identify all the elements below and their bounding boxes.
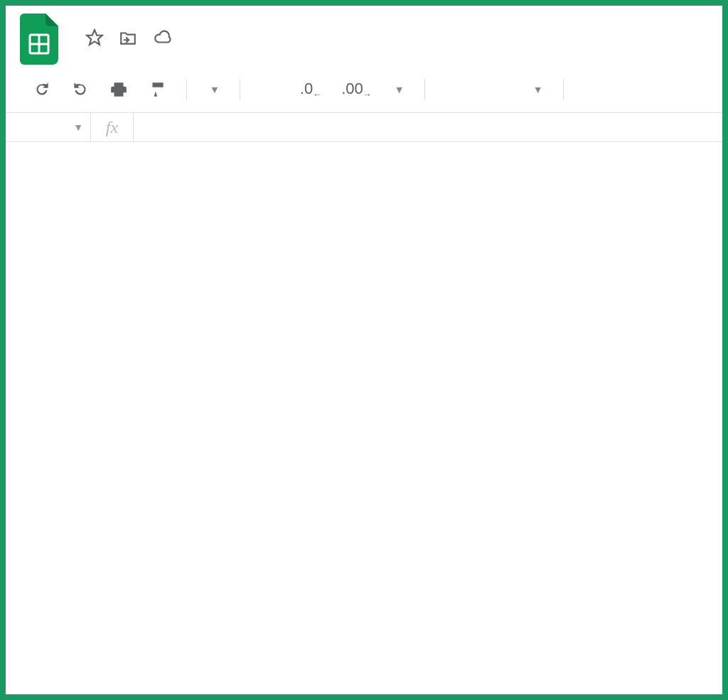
percent-format-button[interactable] [276,87,284,92]
svg-marker-3 [87,30,102,45]
font-size-input[interactable] [579,87,622,92]
sheets-logo[interactable] [18,11,60,67]
decrease-decimal-button[interactable]: .0← [296,77,326,102]
redo-button[interactable] [67,77,94,102]
name-box[interactable]: ▼ [6,113,91,141]
move-to-folder-icon[interactable] [118,28,138,47]
number-format-dropdown[interactable]: ▼ [387,81,409,98]
star-icon[interactable] [85,28,104,47]
font-family-dropdown[interactable]: ▼ [441,81,547,98]
undo-button[interactable] [28,77,55,102]
menu-bar [73,47,717,53]
currency-format-button[interactable] [256,87,264,92]
cloud-status-icon[interactable] [152,28,173,47]
paint-format-button[interactable] [144,77,171,102]
fx-icon: fx [91,113,134,141]
toolbar: ▼ .0← .00→ ▼ ▼ [6,67,722,112]
zoom-dropdown[interactable]: ▼ [203,81,224,98]
formula-bar-input[interactable] [134,113,722,141]
increase-decimal-button[interactable]: .00→ [337,77,376,102]
print-button[interactable] [105,77,132,102]
